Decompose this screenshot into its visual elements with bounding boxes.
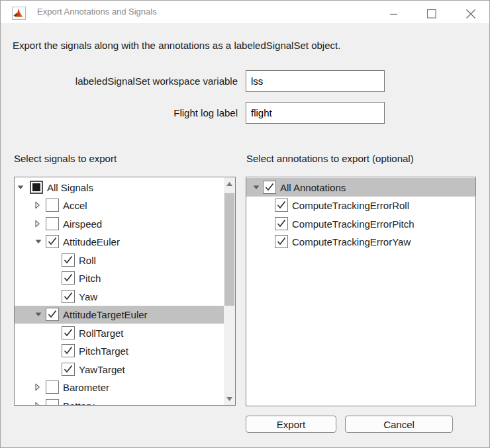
checkbox-roll[interactable] <box>62 253 75 267</box>
checkbox-attitudeeuler[interactable] <box>46 235 59 248</box>
signals-section-label: Select signals to export <box>14 153 117 164</box>
checkbox-computetrackingerrorpitch[interactable] <box>275 217 288 230</box>
tree-item-all-annotations[interactable]: All Annotations <box>246 178 475 197</box>
tree-item-rolltarget[interactable]: RollTarget <box>15 324 224 342</box>
dialog-description: Export the signals along with the annota… <box>13 40 340 51</box>
collapse-arrow-icon[interactable] <box>35 312 42 317</box>
collapse-arrow-icon[interactable] <box>253 185 260 189</box>
expand-arrow-icon[interactable] <box>35 220 40 227</box>
checkbox-pitch[interactable] <box>62 271 75 285</box>
tree-item-label: Roll <box>79 254 96 265</box>
tree-item-battery[interactable]: Battery <box>15 396 224 406</box>
tree-item-label: PitchTarget <box>79 345 128 357</box>
checkbox-pitchtarget[interactable] <box>62 344 75 357</box>
checkbox-rolltarget[interactable] <box>62 326 75 339</box>
flight-log-label: Flight log label <box>1 107 238 118</box>
checkbox-yawtarget[interactable] <box>62 363 75 376</box>
tree-item-label: Battery <box>63 400 95 406</box>
tree-item-label: AttitudeTargetEuler <box>63 309 148 320</box>
tree-item-label: Pitch <box>79 273 101 284</box>
checkbox-all-signals[interactable] <box>30 181 43 194</box>
collapse-arrow-icon[interactable] <box>35 240 42 244</box>
tree-item-label: All Signals <box>47 181 93 193</box>
tree-item-barometer[interactable]: Barometer <box>15 379 224 397</box>
tree-item-pitch[interactable]: Pitch <box>15 269 224 288</box>
workspace-variable-input[interactable] <box>246 70 385 92</box>
tree-item-yaw[interactable]: Yaw <box>15 287 224 306</box>
checkbox-battery[interactable] <box>46 399 59 406</box>
tree-item-computetrackingerrorroll[interactable]: ComputeTrackingErrorRoll <box>246 197 475 215</box>
tree-item-label: Yaw <box>79 291 97 302</box>
tree-item-label: All Annotations <box>280 181 346 193</box>
tree-item-label: Accel <box>63 200 87 211</box>
tree-item-computetrackingerrorpitch[interactable]: ComputeTrackingErrorPitch <box>246 214 475 233</box>
collapse-arrow-icon[interactable] <box>17 185 24 189</box>
checkbox-yaw[interactable] <box>62 290 75 303</box>
tree-item-label: YawTarget <box>79 363 125 375</box>
tree-item-attitudeeuler[interactable]: AttitudeEuler <box>15 233 224 251</box>
tree-item-pitchtarget[interactable]: PitchTarget <box>15 342 224 361</box>
annotations-tree-panel: All AnnotationsComputeTrackingErrorRollC… <box>246 177 476 406</box>
workspace-variable-label: labeledSignalSet workspace variable <box>1 75 238 87</box>
tree-item-all-signals[interactable]: All Signals <box>15 178 224 197</box>
tree-item-accel[interactable]: Accel <box>15 197 224 215</box>
tree-item-attitudetargeteuler[interactable]: AttitudeTargetEuler <box>15 306 224 324</box>
export-button[interactable]: Export <box>246 416 336 433</box>
checkbox-accel[interactable] <box>46 199 59 212</box>
cancel-button[interactable]: Cancel <box>345 416 453 433</box>
tree-item-computetrackingerroryaw[interactable]: ComputeTrackingErrorYaw <box>246 233 475 251</box>
expand-arrow-icon[interactable] <box>35 402 40 406</box>
close-button[interactable] <box>461 3 481 25</box>
checkbox-computetrackingerroryaw[interactable] <box>275 235 288 248</box>
flight-log-input[interactable] <box>246 102 385 124</box>
minimize-button[interactable] <box>384 3 404 25</box>
tree-item-label: ComputeTrackingErrorRoll <box>292 200 409 211</box>
expand-arrow-icon[interactable] <box>35 384 40 391</box>
tree-item-label: AttitudeEuler <box>63 236 120 247</box>
scroll-up-button[interactable] <box>224 178 235 189</box>
checkbox-barometer[interactable] <box>46 381 59 394</box>
checkbox-computetrackingerrorroll[interactable] <box>275 199 288 212</box>
tree-item-label: Airspeed <box>63 218 102 229</box>
export-dialog-window: Export Annotations and Signals Export th… <box>0 0 490 448</box>
window-title: Export Annotations and Signals <box>37 1 157 23</box>
tree-item-label: ComputeTrackingErrorPitch <box>292 218 415 229</box>
tree-item-yawtarget[interactable]: YawTarget <box>15 360 224 379</box>
scroll-down-button[interactable] <box>224 393 235 404</box>
vertical-scrollbar[interactable] <box>224 177 235 405</box>
checkbox-airspeed[interactable] <box>46 217 59 230</box>
tree-item-label: ComputeTrackingErrorYaw <box>292 236 411 247</box>
signals-tree-panel: All SignalsAccelAirspeedAttitudeEulerRol… <box>14 177 236 406</box>
checkbox-all-annotations[interactable] <box>263 181 276 194</box>
tree-item-airspeed[interactable]: Airspeed <box>15 214 224 233</box>
checkbox-attitudetargeteuler[interactable] <box>46 308 59 321</box>
maximize-button[interactable] <box>422 3 442 25</box>
annotations-section-label: Select annotations to export (optional) <box>246 153 414 164</box>
tree-item-label: RollTarget <box>79 327 124 338</box>
title-bar: Export Annotations and Signals <box>1 1 489 23</box>
expand-arrow-icon[interactable] <box>35 202 40 209</box>
scrollbar-thumb[interactable] <box>224 193 234 306</box>
tree-item-roll[interactable]: Roll <box>15 251 224 269</box>
matlab-icon <box>12 7 26 20</box>
tree-item-label: Barometer <box>63 382 109 393</box>
